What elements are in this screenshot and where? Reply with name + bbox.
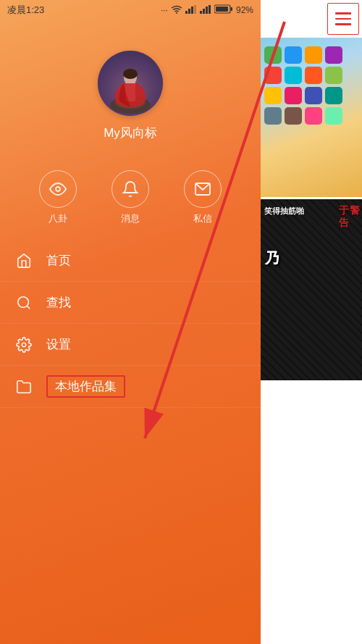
- search-label: 查找: [46, 294, 71, 311]
- signal-bars: [185, 5, 197, 16]
- svg-rect-1: [185, 11, 188, 14]
- hamburger-line-2: [335, 18, 351, 20]
- svg-rect-11: [230, 7, 232, 11]
- svg-rect-5: [200, 11, 202, 14]
- top-screenshot: [261, 38, 362, 197]
- menu-list: 首页 查找 设置: [0, 240, 261, 408]
- menu-item-search[interactable]: 查找: [0, 282, 261, 324]
- messages-icon-circle: [111, 170, 149, 208]
- signal-dots: ···: [161, 5, 168, 15]
- hamburger-lines: [335, 12, 351, 25]
- gear-icon: [14, 335, 33, 354]
- dm-icon-circle: [184, 170, 222, 208]
- home-icon: [14, 251, 33, 270]
- baidu-text: Baidu 经验: [316, 619, 355, 628]
- local-works-label-box: 本地作品集: [46, 375, 125, 398]
- gossip-label: 八卦: [49, 212, 67, 225]
- screenshot-text-1: 于 警 告: [339, 205, 360, 229]
- screenshot-text-2: 笑得抽筋啪: [264, 205, 304, 217]
- quick-icons-row: 八卦 消息 私信: [0, 163, 261, 233]
- folder-icon: [14, 377, 33, 396]
- avatar[interactable]: [98, 51, 163, 116]
- svg-point-18: [56, 187, 60, 191]
- bottom-screenshot: 于 警 告 笑得抽筋啪 乃乃乃: [261, 199, 362, 380]
- battery-percent: 92%: [236, 5, 253, 15]
- svg-line-21: [27, 306, 30, 309]
- hamburger-line-3: [335, 23, 351, 25]
- svg-point-0: [176, 12, 177, 14]
- right-panel: 于 警 告 笑得抽筋啪 乃乃乃 Baidu 经验: [261, 0, 362, 644]
- svg-rect-4: [194, 5, 196, 14]
- drawer-panel: My风向标 八卦 消息: [0, 0, 261, 644]
- status-icons: ···: [161, 4, 253, 16]
- menu-item-local-works[interactable]: 本地作品集: [0, 366, 261, 408]
- quick-icon-gossip[interactable]: 八卦: [39, 170, 77, 225]
- svg-rect-8: [209, 5, 211, 14]
- signal-bars-2: [200, 5, 211, 16]
- svg-rect-7: [206, 7, 208, 14]
- quick-icon-messages[interactable]: 消息: [111, 170, 149, 225]
- quick-icon-dm[interactable]: 私信: [184, 170, 222, 225]
- home-label: 首页: [46, 252, 71, 269]
- svg-rect-3: [191, 7, 193, 14]
- local-works-label: 本地作品集: [55, 380, 117, 393]
- mail-icon: [194, 180, 211, 198]
- svg-rect-10: [216, 7, 228, 12]
- svg-point-20: [18, 296, 29, 307]
- gossip-icon-circle: [39, 170, 77, 208]
- messages-label: 消息: [121, 212, 140, 225]
- svg-rect-2: [188, 9, 190, 14]
- svg-rect-6: [203, 9, 205, 14]
- menu-hamburger-button[interactable]: [327, 3, 359, 35]
- battery-icon: [214, 4, 233, 16]
- baidu-watermark: Baidu 经验: [316, 619, 355, 630]
- settings-label: 设置: [46, 336, 71, 353]
- dm-label: 私信: [193, 212, 212, 225]
- avatar-section: My风向标: [0, 0, 261, 156]
- menu-item-settings[interactable]: 设置: [0, 324, 261, 366]
- svg-point-17: [123, 69, 138, 79]
- eye-icon: [49, 180, 67, 198]
- user-name: My风向标: [104, 125, 157, 141]
- svg-point-22: [22, 343, 26, 347]
- search-icon: [14, 293, 33, 312]
- wifi-icon: [171, 5, 182, 16]
- bell-icon: [122, 180, 139, 198]
- menu-item-home[interactable]: 首页: [0, 240, 261, 282]
- hamburger-line-1: [335, 12, 351, 14]
- status-time: 凌晨1:23: [7, 4, 44, 17]
- status-bar: 凌晨1:23 ···: [0, 0, 261, 20]
